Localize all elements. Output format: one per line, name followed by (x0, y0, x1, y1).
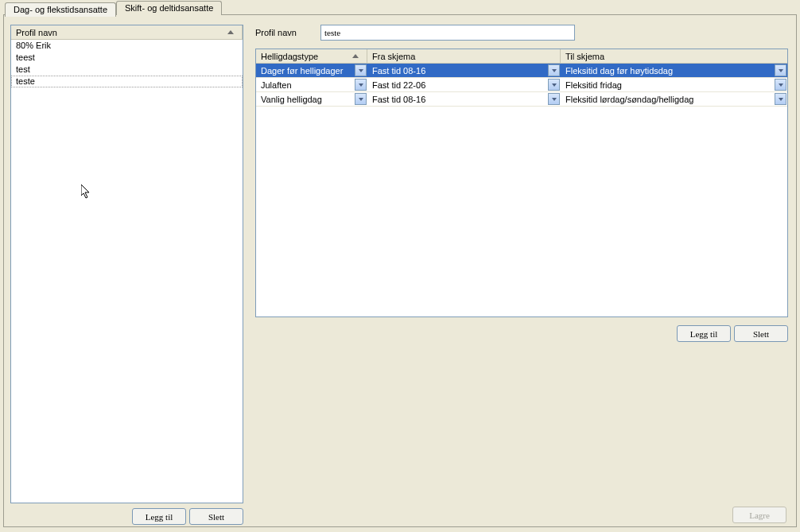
grid-cell-to[interactable]: Fleksitid lørdag/søndag/helligdag (561, 92, 787, 106)
tab-bar: Dag- og flekstidsansatte Skift- og delti… (0, 1, 800, 15)
grid-cell-type[interactable]: Vanlig helligdag (256, 92, 367, 106)
list-item[interactable]: teest (11, 52, 243, 64)
table-row[interactable]: Dager før helligdagerFast tid 08-16Fleks… (256, 64, 787, 78)
profile-list-buttons: Legg til Slett (10, 508, 243, 525)
grid-body: Dager før helligdagerFast tid 08-16Fleks… (256, 64, 787, 316)
table-row[interactable]: JulaftenFast tid 22-06Fleksitid fridag (256, 78, 787, 92)
grid-header-type[interactable]: Helligdagstype (256, 49, 367, 64)
profile-list-header[interactable]: Profil navn (11, 25, 243, 40)
save-button[interactable]: Lagre (732, 507, 786, 523)
chevron-down-icon[interactable] (355, 79, 367, 91)
grid-header-to[interactable]: Til skjema (561, 49, 787, 64)
profile-name-input[interactable] (320, 25, 575, 41)
profile-list[interactable]: 80% Erikteesttestteste (11, 40, 243, 503)
grid-cell-from[interactable]: Fast tid 08-16 (367, 64, 561, 77)
chevron-down-icon[interactable] (548, 93, 560, 105)
list-item[interactable]: teste (11, 76, 243, 87)
profile-name-label: Profil navn (255, 28, 308, 37)
profile-name-row: Profil navn (255, 25, 788, 41)
grid-header-row: Helligdagstype Fra skjema Til skjema (256, 49, 787, 64)
list-delete-button[interactable]: Slett (189, 508, 243, 525)
chevron-down-icon[interactable] (775, 93, 786, 105)
list-item[interactable]: 80% Erik (11, 40, 243, 52)
tab-dag-flekstid[interactable]: Dag- og flekstidsansatte (5, 2, 116, 17)
grid-cell-to[interactable]: Fleksitid fridag (561, 78, 787, 91)
chevron-down-icon[interactable] (548, 64, 560, 76)
profile-list-box: Profil navn 80% Erikteesttestteste (10, 25, 243, 503)
profile-list-header-label: Profil navn (16, 28, 57, 37)
tab-skift-deltid[interactable]: Skift- og deltidsansatte (116, 1, 222, 15)
schedule-grid: Helligdagstype Fra skjema Til skjema Dag… (255, 49, 788, 317)
grid-header-from[interactable]: Fra skjema (367, 49, 561, 64)
sort-asc-icon (352, 54, 359, 58)
chevron-down-icon[interactable] (548, 79, 560, 91)
chevron-down-icon[interactable] (355, 93, 367, 105)
list-add-button[interactable]: Legg til (132, 508, 186, 525)
grid-delete-button[interactable]: Slett (734, 325, 788, 342)
detail-area: Profil navn Helligdagstype Fra skjema Ti… (255, 25, 788, 342)
grid-buttons: Legg til Slett (255, 325, 788, 342)
grid-cell-from[interactable]: Fast tid 08-16 (367, 92, 561, 106)
grid-add-button[interactable]: Legg til (677, 325, 731, 342)
list-item[interactable]: test (11, 64, 243, 76)
main-panel: Profil navn 80% Erikteesttestteste Legg … (3, 14, 797, 527)
grid-cell-type[interactable]: Julaften (256, 78, 367, 91)
chevron-down-icon[interactable] (775, 79, 786, 91)
grid-cell-to[interactable]: Fleksitid dag før høytidsdag (561, 64, 787, 77)
chevron-down-icon[interactable] (775, 64, 786, 76)
chevron-down-icon[interactable] (355, 64, 367, 76)
table-row[interactable]: Vanlig helligdagFast tid 08-16Fleksitid … (256, 92, 787, 107)
save-area: Lagre (732, 507, 786, 523)
grid-cell-type[interactable]: Dager før helligdager (256, 64, 367, 77)
sort-asc-icon (227, 30, 234, 34)
grid-cell-from[interactable]: Fast tid 22-06 (367, 78, 561, 91)
